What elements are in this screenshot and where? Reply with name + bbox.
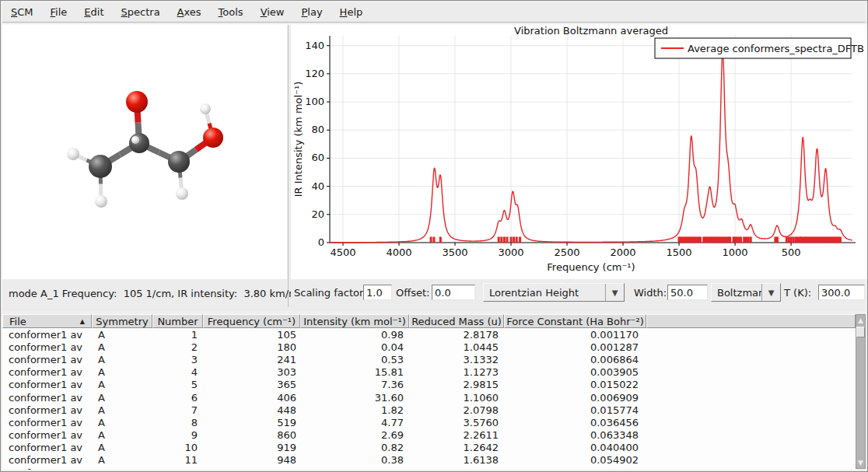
mode-stick — [745, 237, 747, 243]
table-header-file[interactable]: File▲ — [2, 314, 92, 328]
temperature-input[interactable] — [818, 285, 865, 300]
mode-stick — [506, 237, 508, 243]
molecule-view[interactable] — [2, 24, 287, 279]
cell-reduced: 1.0445 — [409, 341, 504, 353]
table-row[interactable]: conformer1 avA640631.601.10600.006909 — [2, 391, 856, 404]
atom-o[interactable] — [203, 128, 223, 148]
atom-h[interactable] — [95, 195, 107, 208]
cell-force: 0.003905 — [504, 366, 646, 378]
cell-frequency: 519 — [203, 417, 300, 428]
mode-stick — [776, 237, 779, 243]
menu-item-tools[interactable]: Tools — [210, 4, 252, 20]
cell-symmetry: A — [92, 429, 152, 441]
menu-item-axes[interactable]: Axes — [169, 4, 210, 20]
table-row[interactable]: conformer1 avA11050.982.81780.001170 — [2, 328, 856, 341]
spectrum-chart[interactable]: 4500400035003000250020001500100050002040… — [291, 24, 867, 279]
y-tick-label: 140 — [305, 40, 324, 51]
cell-force: 0.006909 — [504, 392, 646, 404]
table-header-frequency[interactable]: Frequency (cm⁻¹) — [203, 314, 300, 328]
table-row[interactable]: conformer1 avA32410.533.13320.006864 — [2, 353, 856, 365]
atom-c[interactable] — [129, 133, 149, 153]
table-row[interactable]: conformer1 avA53657.362.98150.015022 — [2, 379, 856, 391]
cell-reduced: 1.1060 — [409, 392, 504, 404]
scrollbar-down-icon[interactable]: ▼ — [856, 457, 865, 468]
mode-stick — [743, 237, 745, 243]
cell-force: 0.061518 — [504, 467, 646, 470]
table-row[interactable]: conformer1 avA21800.041.04450.001287 — [2, 341, 856, 353]
table-header-force[interactable]: Force Constant (Ha Bohr⁻²) — [504, 314, 646, 328]
table-row[interactable]: conformer1 avA85194.773.57600.036456 — [2, 416, 856, 428]
modes-table: File▲SymmetryNumberFrequency (cm⁻¹)Inten… — [2, 311, 866, 470]
atom-h[interactable] — [67, 148, 79, 160]
width-input[interactable] — [667, 285, 708, 300]
table-row[interactable]: conformer1 avA430315.811.12730.003905 — [2, 366, 856, 379]
table-row[interactable]: conformer1 avA109190.821.26420.040400 — [2, 442, 856, 454]
mode-stick — [814, 237, 816, 243]
offset-input[interactable] — [432, 285, 475, 300]
menu-item-play[interactable]: Play — [292, 4, 331, 20]
table-scrollbar[interactable]: ▲ ▼ — [856, 314, 866, 469]
table-header-number[interactable]: Number — [152, 314, 203, 328]
table-header-symmetry[interactable]: Symmetry — [92, 314, 152, 328]
chevron-down-icon[interactable]: ▼ — [761, 284, 780, 301]
menu-item-view[interactable]: View — [252, 4, 293, 20]
mode-stick — [510, 237, 513, 243]
table-row[interactable]: conformer1 avA74481.822.07980.015774 — [2, 404, 856, 416]
cell-intensity: 0.98 — [300, 329, 409, 341]
cell-reduced: 1.1273 — [409, 366, 504, 378]
cell-force: 0.063348 — [504, 429, 646, 441]
cell-symmetry: A — [92, 417, 152, 428]
atom-h[interactable] — [200, 103, 211, 114]
scrollbar-thumb[interactable] — [856, 327, 865, 337]
table-row[interactable]: conformer1 avA98602.692.26110.063348 — [2, 429, 856, 442]
cell-number: 6 — [152, 392, 203, 404]
mode-stick — [786, 237, 788, 243]
plot-area[interactable] — [330, 36, 852, 243]
mode-stick — [788, 237, 790, 243]
mode-stick — [737, 237, 740, 243]
scaling-factor-input[interactable] — [363, 285, 392, 300]
mode-stick — [519, 237, 521, 243]
cell-file: conformer1 av — [2, 341, 92, 353]
cell-symmetry: A — [92, 329, 152, 341]
atom-h[interactable] — [131, 136, 139, 144]
mode-stick — [681, 237, 684, 243]
atom-c[interactable] — [89, 155, 112, 178]
cell-symmetry: A — [92, 341, 152, 353]
table-row[interactable]: conformer1 avA12104513.931.48880.061518 — [2, 467, 856, 470]
scrollbar-up-icon[interactable]: ▲ — [856, 315, 865, 326]
cell-symmetry: A — [92, 379, 152, 390]
cell-frequency: 365 — [203, 379, 300, 390]
atom-c[interactable] — [168, 151, 190, 173]
legend-label: Average conformers_spectra_DFTB — [688, 43, 864, 54]
molecule-3d-render[interactable] — [2, 24, 287, 279]
menu-item-file[interactable]: File — [42, 4, 76, 20]
menu-item-scm[interactable]: SCM — [2, 4, 42, 20]
table-header-intensity[interactable]: Intensity (km mol⁻¹) — [300, 314, 409, 328]
lineshape-select[interactable]: Lorentzian Height ▼ — [483, 283, 625, 302]
menu-item-help[interactable]: Help — [331, 4, 372, 20]
cell-frequency: 919 — [203, 442, 300, 453]
y-tick-label: 0 — [318, 236, 324, 248]
x-tick-label: 1500 — [667, 246, 692, 258]
cell-force: 0.040400 — [504, 442, 646, 453]
cell-frequency: 180 — [203, 341, 300, 353]
atom-h[interactable] — [176, 187, 188, 200]
mode-stick — [699, 237, 702, 243]
cell-file: conformer1 av — [2, 379, 92, 390]
mode-stick — [432, 237, 435, 243]
cell-reduced: 2.2611 — [409, 429, 504, 441]
cell-intensity: 7.36 — [300, 379, 409, 390]
boltzmann-select[interactable]: Boltzmann ▼ — [711, 283, 781, 302]
cell-intensity: 15.81 — [300, 366, 409, 378]
table-header-reduced[interactable]: Reduced Mass (u) — [409, 314, 504, 328]
menu-item-spectra[interactable]: Spectra — [113, 4, 169, 20]
table-header-filler — [646, 314, 856, 328]
cell-number: 11 — [152, 454, 203, 466]
menu-item-edit[interactable]: Edit — [75, 4, 112, 20]
chevron-down-icon[interactable]: ▼ — [605, 284, 624, 301]
cell-reduced: 2.9815 — [409, 379, 504, 390]
atom-o[interactable] — [126, 91, 148, 113]
cell-force: 0.006864 — [504, 354, 646, 365]
table-row[interactable]: conformer1 avA119480.381.61380.054902 — [2, 454, 856, 467]
